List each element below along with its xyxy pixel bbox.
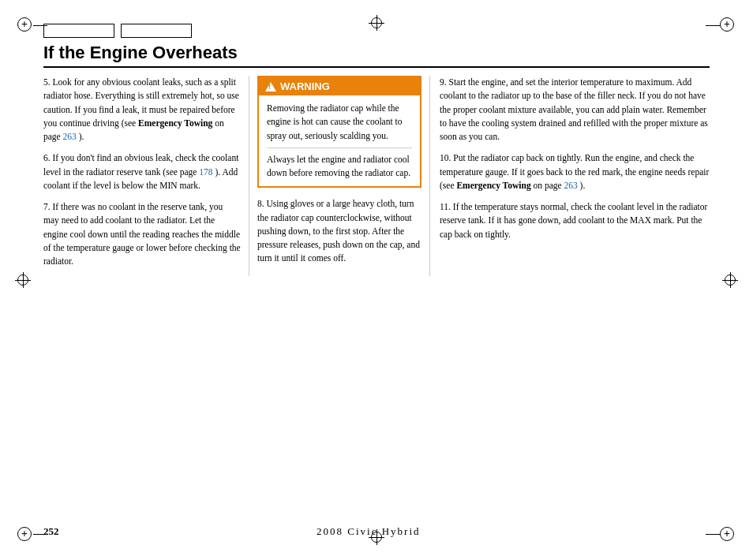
link-263-step5[interactable]: 263 [63, 132, 77, 141]
corner-mark-tl [17, 17, 33, 33]
warning-text-2: Always let the engine and radiator cool … [267, 153, 412, 181]
edge-dash-tl-h [33, 25, 47, 26]
warning-header: WARNING [259, 77, 420, 95]
corner-circle-bl [17, 527, 32, 541]
edge-dash-tr-h [706, 25, 720, 26]
corner-mark-bl [17, 527, 33, 543]
link-178[interactable]: 178 [199, 167, 212, 177]
page-title-section: If the Engine Overheats [43, 43, 710, 68]
warning-divider [267, 147, 412, 148]
crosshair-top-icon [371, 17, 382, 28]
main-content: 5. Look for any obvious coolant leaks, s… [43, 76, 710, 276]
step-11: 11. If the temperature stays normal, che… [440, 200, 710, 241]
step-8-text: 8. Using gloves or a large heavy cloth, … [257, 199, 420, 263]
corner-circle-br [720, 527, 734, 541]
step-9: 9. Start the engine, and set the interio… [440, 76, 710, 144]
step-10: 10. Put the radiator cap back on tightly… [440, 151, 710, 192]
corner-circle-tr [720, 17, 734, 32]
crosshair-top [371, 17, 382, 28]
warning-label: WARNING [280, 80, 330, 92]
step-6-text: 6. If you don't find an obvious leak, ch… [43, 153, 238, 190]
step-5: 5. Look for any obvious coolant leaks, s… [43, 76, 241, 144]
header-tab-1 [43, 24, 114, 38]
step-7: 7. If there was no coolant in the reserv… [43, 200, 241, 268]
corner-circle-tl [17, 17, 32, 32]
crosshair-left-icon [17, 274, 28, 286]
page: If the Engine Overheats 5. Look for any … [0, 0, 753, 560]
warning-text-1: Removing the radiator cap while the engi… [267, 102, 412, 143]
crosshair-right [725, 274, 736, 286]
footer-title: 2008 Civic Hybrid [317, 525, 421, 538]
step-11-text: 11. If the temperature stays normal, che… [440, 202, 707, 239]
crosshair-left [17, 274, 28, 286]
middle-column: WARNING Removing the radiator cap while … [249, 76, 430, 276]
step-6: 6. If you don't find an obvious leak, ch… [43, 151, 241, 192]
warning-triangle-icon [265, 82, 276, 91]
footer: 252 2008 Civic Hybrid [43, 525, 710, 538]
step-8: 8. Using gloves or a large heavy cloth, … [257, 197, 421, 265]
left-column: 5. Look for any obvious coolant leaks, s… [43, 76, 249, 276]
warning-body: Removing the radiator cap while the engi… [259, 95, 420, 186]
page-title: If the Engine Overheats [43, 43, 710, 63]
header-tab-2 [121, 24, 192, 38]
warning-box: WARNING Removing the radiator cap while … [257, 76, 421, 188]
step-10-text: 10. Put the radiator cap back on tightly… [440, 153, 709, 190]
right-column: 9. Start the engine, and set the interio… [430, 76, 710, 276]
corner-mark-br [720, 527, 736, 543]
step-7-text: 7. If there was no coolant in the reserv… [43, 202, 241, 266]
step-9-text: 9. Start the engine, and set the interio… [440, 77, 708, 141]
crosshair-right-icon [725, 274, 736, 286]
link-263-step10[interactable]: 263 [564, 181, 577, 190]
corner-mark-tr [720, 17, 736, 33]
step-5-num: 5. Look for any obvious coolant leaks, s… [43, 77, 239, 141]
page-number: 252 [43, 525, 59, 538]
